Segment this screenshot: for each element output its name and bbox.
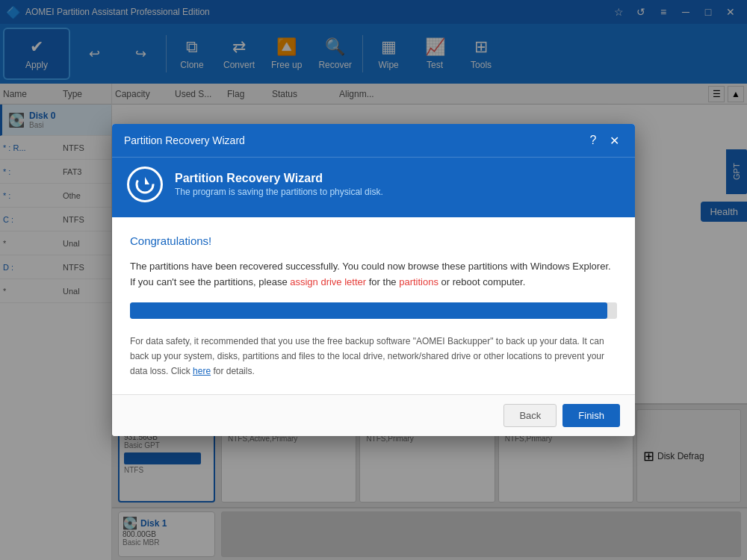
dialog-title-bar: Partition Recovery Wizard ? ✕ bbox=[112, 124, 635, 157]
here-link[interactable]: here bbox=[193, 366, 211, 376]
finish-button[interactable]: Finish bbox=[562, 404, 620, 427]
dialog-header: Partition Recovery Wizard The program is… bbox=[112, 157, 635, 217]
back-button[interactable]: Back bbox=[503, 404, 557, 427]
dialog-close-button[interactable]: ✕ bbox=[605, 131, 623, 149]
highlight-assign: assign drive letter bbox=[290, 276, 366, 287]
modal-overlay: Partition Recovery Wizard ? ✕ Partition … bbox=[0, 0, 747, 560]
progress-bar-fill bbox=[130, 302, 607, 319]
dialog-title-controls: ? ✕ bbox=[584, 131, 623, 149]
dialog-help-button[interactable]: ? bbox=[584, 131, 602, 149]
dialog-backup-text: For data safety, it recommended that you… bbox=[130, 334, 617, 379]
dialog-congrats: Congratulations! bbox=[130, 232, 617, 250]
partition-recovery-dialog: Partition Recovery Wizard ? ✕ Partition … bbox=[112, 124, 635, 436]
svg-marker-1 bbox=[145, 177, 149, 184]
dialog-header-text: Partition Recovery Wizard The program is… bbox=[175, 172, 383, 197]
highlight-partitions: partitions bbox=[399, 276, 438, 287]
dialog-header-icon bbox=[127, 167, 163, 202]
dialog-header-title: Partition Recovery Wizard bbox=[175, 172, 383, 185]
recovery-spinner-icon bbox=[134, 174, 155, 195]
dialog-header-subtitle: The program is saving the partitions to … bbox=[175, 187, 383, 197]
progress-bar-container bbox=[130, 302, 617, 319]
dialog-main-text: The partitions have been recovered succe… bbox=[130, 259, 617, 290]
dialog-body: Congratulations! The partitions have bee… bbox=[112, 217, 635, 394]
dialog-title: Partition Recovery Wizard bbox=[124, 134, 245, 146]
dialog-footer: Back Finish bbox=[112, 394, 635, 436]
